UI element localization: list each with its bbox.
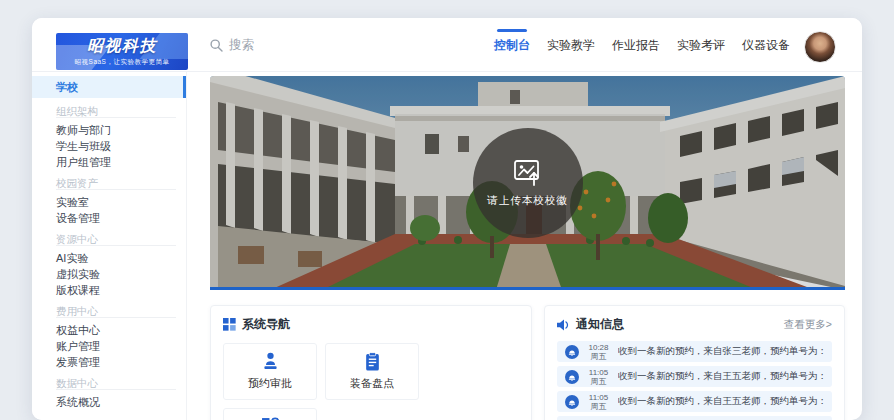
sidebar-item[interactable]: 学校 [32, 76, 186, 98]
notice-time-day: 周五 [585, 402, 612, 411]
notice-time-day: 周五 [585, 352, 612, 361]
dashboard-panels: 系统导航 [210, 305, 845, 420]
notice-text: 收到一条新的预约，来自王五老师，预约单号为：Y-0056，请尽快处理。 [618, 395, 824, 408]
notice-text: 收到一条新的预约，来自王五老师，预约单号为：Y-0056，请尽快处理。 [618, 370, 824, 383]
notice-item[interactable]: 10:28 周五 收到一条新的预约，来自张三老师，预约单号为：Y-0044，请尽… [557, 341, 832, 362]
notice-item[interactable]: 11:05 周五 收到一条新的预约，来自王五老师，预约单号为：Y-0056，请尽… [557, 416, 832, 420]
system-nav-title: 系统导航 [242, 316, 290, 333]
brand-subtitle: 昭视SaaS，让实验教学更简单 [56, 57, 188, 66]
sidebar-item[interactable]: 组织架构 [32, 104, 186, 118]
sidebar-item[interactable]: 费用中心 [32, 304, 186, 318]
notice-time: 11:05 周五 [585, 393, 612, 411]
system-nav-panel: 系统导航 [210, 305, 532, 420]
speaker-icon [557, 319, 570, 331]
brand-title: 昭视科技 [56, 35, 188, 57]
nav-card-label: 预约审批 [248, 376, 292, 391]
notice-list: 10:28 周五 收到一条新的预约，来自张三老师，预约单号为：Y-0044，请尽… [545, 341, 844, 420]
sidebar-item[interactable]: 账户管理 [32, 338, 186, 354]
clipboard-icon [363, 352, 382, 371]
sidebar-item[interactable]: 权益中心 [32, 322, 186, 338]
notice-time-clock: 11:05 [585, 393, 612, 402]
bell-icon [565, 370, 579, 384]
sidebar-item[interactable]: 实验室 [32, 194, 186, 210]
notice-item[interactable]: 11:05 周五 收到一条新的预约，来自王五老师，预约单号为：Y-0056，请尽… [557, 366, 832, 387]
top-nav-item[interactable]: 作业报告 [612, 37, 660, 54]
search-icon [210, 39, 223, 52]
sidebar-item[interactable]: 资源中心 [32, 232, 186, 246]
approval-stamp-icon [261, 352, 280, 371]
brand-logo[interactable]: 昭视科技 昭视SaaS，让实验教学更简单 [56, 33, 188, 70]
system-nav-header: 系统导航 [211, 306, 531, 341]
nav-card-label: 装备盘点 [350, 376, 394, 391]
campus-hero-image: 请上传本校校徽 [210, 76, 845, 290]
sidebar: 学校 组织架构 教师与部门 学生与班级 用户组管理 校园资产 实验室 设备管理 … [32, 72, 187, 420]
app-window: 昭视科技 昭视SaaS，让实验教学更简单 搜索 控制台 实验教学 作业报告 实验… [32, 18, 862, 420]
top-nav-item[interactable]: 仪器设备 [742, 37, 790, 54]
sidebar-menu: 学校 组织架构 教师与部门 学生与班级 用户组管理 校园资产 实验室 设备管理 … [32, 76, 186, 410]
sidebar-item[interactable]: 版权课程 [32, 282, 186, 298]
view-more-link[interactable]: 查看更多> [784, 318, 832, 332]
upload-school-logo-label: 请上传本校校徽 [487, 194, 568, 208]
sidebar-item[interactable]: 发票管理 [32, 354, 186, 370]
top-nav-item[interactable]: 实验考评 [677, 37, 725, 54]
notice-item[interactable]: 11:05 周五 收到一条新的预约，来自王五老师，预约单号为：Y-0056，请尽… [557, 391, 832, 412]
notice-time: 10:28 周五 [585, 343, 612, 361]
upload-school-logo-button[interactable]: 请上传本校校徽 [473, 128, 583, 238]
notice-time-clock: 11:05 [585, 368, 612, 377]
bell-icon [565, 345, 579, 359]
notice-panel: 通知信息 查看更多> 10:28 [544, 305, 845, 420]
grid-icon [223, 318, 236, 331]
system-nav-cards: 预约审批 [211, 341, 531, 420]
notice-header: 通知信息 查看更多> [545, 306, 844, 341]
notice-time-clock: 10:28 [585, 343, 612, 352]
sidebar-item[interactable]: 校园资产 [32, 176, 186, 190]
sidebar-item[interactable]: AI实验 [32, 250, 186, 266]
top-nav-item[interactable]: 实验教学 [547, 37, 595, 54]
notice-time-day: 周五 [585, 377, 612, 386]
sidebar-item[interactable]: 设备管理 [32, 210, 186, 226]
sidebar-item[interactable]: 教师与部门 [32, 122, 186, 138]
notice-time: 11:05 周五 [585, 368, 612, 386]
notice-text: 收到一条新的预约，来自张三老师，预约单号为：Y-0044，请尽快处理。 [618, 345, 824, 358]
upload-image-icon [513, 159, 543, 187]
sidebar-item[interactable]: 系统概况 [32, 394, 186, 410]
top-navigation: 控制台 实验教学 作业报告 实验考评 仪器设备 [494, 18, 790, 72]
sidebar-item[interactable]: 学生与班级 [32, 138, 186, 154]
nav-card[interactable]: 装备盘点 [325, 343, 419, 400]
top-nav-item[interactable]: 控制台 [494, 37, 530, 54]
notice-title: 通知信息 [576, 316, 624, 333]
search-placeholder: 搜索 [229, 37, 254, 54]
bell-icon [565, 395, 579, 409]
sidebar-item[interactable]: 数据中心 [32, 376, 186, 390]
nav-card[interactable]: 预约审批 [223, 343, 317, 400]
sidebar-item[interactable]: 虚拟实验 [32, 266, 186, 282]
sidebar-item[interactable]: 用户组管理 [32, 154, 186, 170]
nav-card[interactable]: 装备查询 [223, 408, 317, 420]
user-avatar[interactable] [804, 31, 836, 63]
search-input[interactable]: 搜索 [210, 18, 254, 72]
top-header: 昭视科技 昭视SaaS，让实验教学更简单 搜索 控制台 实验教学 作业报告 实验… [32, 18, 862, 72]
